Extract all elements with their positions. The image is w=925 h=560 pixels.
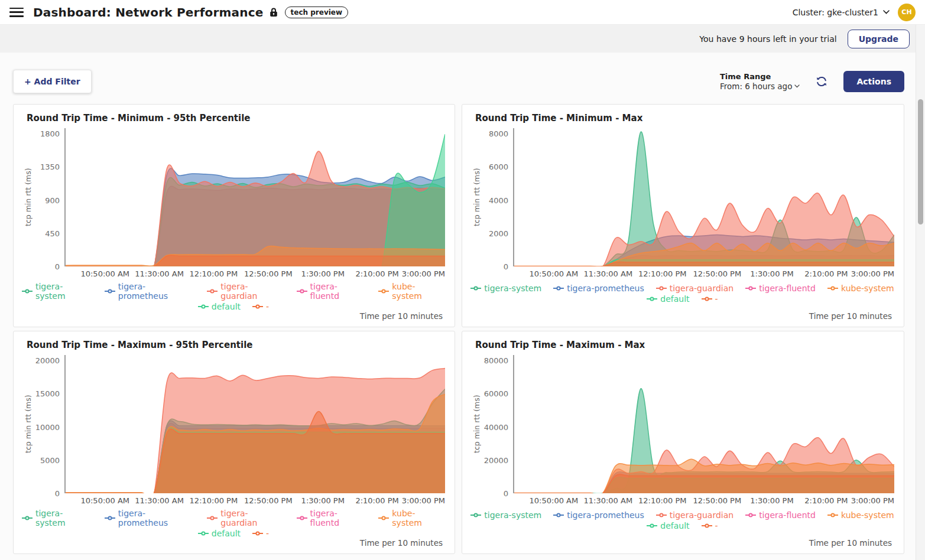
legend-item--[interactable]: - (252, 529, 269, 538)
chart-card: Round Trip Time - Maximum - 95th Percent… (13, 331, 455, 554)
legend-label: default (212, 529, 241, 538)
legend-item-tigera-fluentd[interactable]: tigera-fluentd (745, 284, 816, 293)
legend-item-default[interactable]: default (198, 529, 241, 538)
legend-marker-icon (22, 515, 33, 521)
legend-marker-icon (207, 515, 218, 521)
x-tick: 3:00:00 PM (402, 269, 445, 278)
legend-label: default (660, 521, 689, 530)
upgrade-button[interactable]: Upgrade (848, 30, 910, 48)
legend-item-tigera-guardian[interactable]: tigera-guardian (207, 282, 284, 301)
page-title: Dashboard: Network Performance (33, 5, 264, 19)
legend-label: tigera-fluentd (759, 284, 816, 293)
x-tick: 10:50:00 AM (80, 269, 129, 278)
y-tick: 5000 (40, 455, 60, 464)
legend-item-kube-system[interactable]: kube-system (827, 510, 894, 520)
cluster-selector[interactable]: Cluster: gke-cluster1 (793, 8, 890, 17)
legend-item--[interactable]: - (702, 521, 718, 530)
legend-label: default (660, 294, 689, 304)
legend-item-tigera-system[interactable]: tigera-system (470, 510, 541, 520)
x-tick: 1:30:00 PM (301, 269, 345, 278)
refresh-button[interactable] (814, 74, 829, 89)
lock-icon (270, 8, 278, 17)
hamburger-menu-icon[interactable] (9, 8, 24, 17)
legend-item-tigera-system[interactable]: tigera-system (470, 284, 541, 293)
legend-label: tigera-system (484, 284, 541, 293)
legend-item-default[interactable]: default (198, 302, 241, 311)
legend-marker-icon (470, 285, 481, 291)
legend-item-kube-system[interactable]: kube-system (378, 509, 445, 528)
chevron-down-icon (883, 10, 890, 14)
x-tick: 12:50:00 PM (244, 269, 293, 278)
legend: tigera-systemtigera-prometheustigera-gua… (22, 509, 445, 538)
legend-marker-icon (105, 515, 115, 521)
legend-label: tigera-prometheus (118, 282, 196, 301)
x-tick: 11:30:00 AM (583, 269, 632, 278)
legend-item-tigera-guardian[interactable]: tigera-guardian (207, 509, 284, 528)
legend-item-tigera-prometheus[interactable]: tigera-prometheus (553, 510, 644, 520)
legend-item-tigera-fluentd[interactable]: tigera-fluentd (297, 282, 367, 301)
legend: tigera-systemtigera-prometheustigera-gua… (470, 284, 894, 304)
legend-label: - (266, 529, 269, 538)
legend-item-tigera-fluentd[interactable]: tigera-fluentd (745, 510, 816, 520)
legend-label: tigera-prometheus (118, 509, 196, 528)
y-tick: 15000 (35, 389, 60, 398)
legend-item-tigera-fluentd[interactable]: tigera-fluentd (297, 509, 367, 528)
legend-item-tigera-prometheus[interactable]: tigera-prometheus (553, 284, 644, 293)
legend-marker-icon (702, 523, 712, 529)
x-tick: 1:30:00 PM (750, 496, 793, 505)
x-tick: 12:50:00 PM (693, 269, 742, 278)
chart-plot[interactable] (64, 128, 445, 266)
legend-item-tigera-prometheus[interactable]: tigera-prometheus (105, 282, 195, 301)
y-axis-ticks: 20000150001000050000 (34, 355, 64, 493)
legend-label: tigera-prometheus (567, 284, 644, 293)
scrollbar[interactable] (916, 25, 925, 560)
actions-button[interactable]: Actions (843, 71, 904, 92)
legend-marker-icon (702, 296, 712, 302)
x-tick: 12:10:00 PM (638, 269, 687, 278)
x-tick: 11:30:00 AM (583, 496, 632, 505)
trial-banner: You have 9 hours left in your trial Upgr… (0, 25, 925, 53)
filter-toolbar: + Add Filter Time Range From: 6 hours ag… (13, 70, 904, 93)
legend-marker-icon (198, 304, 209, 310)
chart-plot[interactable] (513, 128, 894, 266)
scrollbar-thumb[interactable] (918, 99, 923, 224)
legend-item-kube-system[interactable]: kube-system (378, 282, 445, 301)
legend-marker-icon (827, 512, 838, 518)
x-tick: 2:10:00 PM (355, 496, 398, 505)
legend-label: kube-system (841, 284, 894, 293)
legend-item-default[interactable]: default (647, 521, 689, 530)
user-avatar[interactable]: CH (898, 4, 916, 21)
time-range-selector[interactable]: Time Range From: 6 hours ago (720, 72, 800, 91)
x-tick: 12:50:00 PM (244, 496, 293, 505)
x-tick: 11:30:00 AM (135, 269, 184, 278)
legend-marker-icon (656, 285, 667, 291)
chart-plot[interactable] (64, 355, 445, 493)
legend-item-tigera-guardian[interactable]: tigera-guardian (656, 510, 733, 520)
legend-item--[interactable]: - (252, 302, 269, 311)
chart-plot[interactable] (513, 355, 894, 493)
legend-item-tigera-system[interactable]: tigera-system (22, 282, 93, 301)
legend-label: tigera-fluentd (310, 282, 367, 301)
legend-item-tigera-guardian[interactable]: tigera-guardian (656, 284, 733, 293)
y-tick: 1350 (40, 162, 60, 171)
x-axis-ticks: 10:50:00 AM11:30:00 AM12:10:00 PM12:50:0… (514, 495, 894, 508)
legend-marker-icon (745, 512, 756, 518)
legend-marker-icon (252, 304, 263, 310)
x-tick: 10:50:00 AM (530, 496, 579, 505)
legend-item-default[interactable]: default (647, 294, 689, 304)
legend-label: tigera-system (35, 509, 93, 528)
legend-item-tigera-system[interactable]: tigera-system (22, 509, 93, 528)
legend-item-kube-system[interactable]: kube-system (827, 284, 894, 293)
legend-marker-icon (553, 285, 564, 291)
y-tick: 0 (55, 489, 60, 498)
y-axis-label: tcp min rtt (ms) (22, 355, 34, 493)
legend-item--[interactable]: - (702, 294, 718, 304)
legend-label: - (715, 294, 718, 304)
x-tick: 1:30:00 PM (750, 269, 793, 278)
x-tick: 12:10:00 PM (190, 269, 238, 278)
y-tick: 8000 (489, 129, 508, 138)
add-filter-button[interactable]: + Add Filter (13, 70, 92, 93)
y-tick: 20000 (484, 455, 508, 464)
time-range-title: Time Range (720, 72, 800, 81)
legend-item-tigera-prometheus[interactable]: tigera-prometheus (105, 509, 195, 528)
